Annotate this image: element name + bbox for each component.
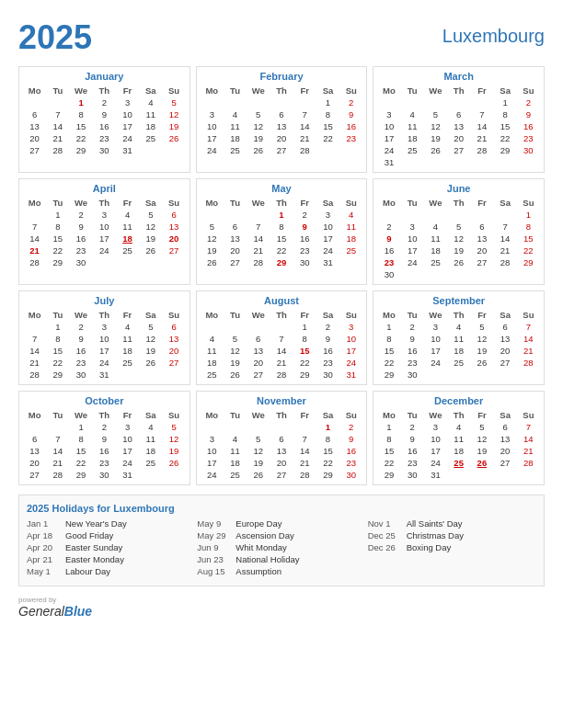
weekday-header: Th bbox=[447, 85, 470, 97]
calendar-day: 24 bbox=[339, 357, 362, 369]
calendar-day: 14 bbox=[23, 345, 46, 357]
calendar-day: 9 bbox=[293, 221, 316, 233]
calendar-day: 28 bbox=[494, 256, 517, 268]
weekday-header: Mo bbox=[377, 409, 400, 421]
calendar-day bbox=[23, 97, 46, 108]
calendar-day bbox=[116, 369, 139, 381]
calendar-day: 20 bbox=[270, 457, 293, 469]
weekday-header: Th bbox=[93, 85, 116, 97]
weekday-header: Th bbox=[447, 409, 470, 421]
calendar-day: 1 bbox=[293, 321, 316, 333]
calendar-day: 11 bbox=[447, 333, 470, 345]
calendar-day: 27 bbox=[162, 245, 185, 256]
calendar-day bbox=[139, 369, 162, 381]
calendar-table-july: MoTuWeThFrSaSu12345678910111213141516171… bbox=[23, 309, 186, 381]
calendar-day: 2 bbox=[69, 209, 92, 221]
calendar-day: 8 bbox=[316, 433, 339, 445]
holiday-item: May 29Ascension Day bbox=[197, 530, 365, 540]
calendar-day: 5 bbox=[139, 209, 162, 221]
holiday-date: Nov 1 bbox=[368, 518, 403, 529]
calendar-day: 30 bbox=[69, 256, 92, 268]
calendar-day: 26 bbox=[162, 132, 185, 144]
calendar-day: 8 bbox=[46, 221, 69, 233]
calendar-day: 28 bbox=[517, 357, 540, 369]
calendar-day bbox=[447, 209, 470, 221]
weekday-header: Su bbox=[339, 85, 362, 97]
calendar-day: 29 bbox=[377, 469, 400, 481]
calendar-day: 1 bbox=[377, 321, 400, 333]
calendar-day: 29 bbox=[46, 256, 69, 268]
calendar-day bbox=[23, 209, 46, 221]
weekday-header: We bbox=[69, 409, 92, 421]
calendar-day: 24 bbox=[201, 144, 224, 156]
calendar-day bbox=[494, 209, 517, 221]
calendar-day: 2 bbox=[401, 421, 424, 433]
calendar-day: 21 bbox=[293, 132, 316, 144]
calendar-day: 1 bbox=[69, 97, 92, 108]
calendar-day: 8 bbox=[316, 108, 339, 120]
calendar-day: 27 bbox=[494, 357, 517, 369]
holiday-name: Whit Monday bbox=[236, 542, 286, 552]
calendar-day: 29 bbox=[69, 469, 92, 481]
calendar-day: 14 bbox=[46, 120, 69, 132]
holiday-column-col1: Jan 1New Year's DayApr 18Good FridayApr … bbox=[27, 518, 195, 578]
calendar-day: 25 bbox=[116, 357, 139, 369]
calendar-day: 9 bbox=[69, 333, 92, 345]
calendar-day: 4 bbox=[424, 221, 447, 233]
holiday-item: Dec 26Boxing Day bbox=[368, 542, 536, 552]
calendar-day: 27 bbox=[270, 469, 293, 481]
weekday-header: Mo bbox=[377, 309, 400, 321]
month-title-march: March bbox=[377, 71, 540, 82]
calendar-day: 12 bbox=[139, 221, 162, 233]
calendar-day: 5 bbox=[162, 421, 185, 433]
calendar-day: 18 bbox=[201, 357, 224, 369]
weekday-header: We bbox=[69, 85, 92, 97]
calendar-day: 7 bbox=[23, 221, 46, 233]
calendar-day bbox=[224, 421, 247, 433]
calendar-day: 11 bbox=[401, 120, 424, 132]
calendar-day: 5 bbox=[424, 108, 447, 120]
weekday-header: We bbox=[424, 85, 447, 97]
calendar-day: 13 bbox=[494, 333, 517, 345]
calendar-day: 28 bbox=[46, 144, 69, 156]
calendar-day: 5 bbox=[470, 421, 493, 433]
holiday-date: Dec 25 bbox=[368, 530, 403, 540]
calendar-day: 19 bbox=[247, 132, 270, 144]
calendar-day: 12 bbox=[247, 445, 270, 457]
calendar-day: 14 bbox=[247, 233, 270, 245]
calendar-day bbox=[424, 97, 447, 108]
calendar-day: 5 bbox=[224, 333, 247, 345]
calendar-day: 17 bbox=[116, 445, 139, 457]
calendar-day bbox=[447, 268, 470, 280]
calendar-day: 13 bbox=[162, 333, 185, 345]
calendar-day: 17 bbox=[201, 457, 224, 469]
calendar-day: 4 bbox=[139, 421, 162, 433]
calendar-day: 7 bbox=[517, 421, 540, 433]
holiday-name: Christmas Day bbox=[407, 530, 464, 540]
month-title-november: November bbox=[201, 395, 363, 406]
calendar-day: 21 bbox=[517, 345, 540, 357]
weekday-header: Th bbox=[93, 197, 116, 209]
calendar-day: 2 bbox=[93, 97, 116, 108]
calendar-day: 26 bbox=[470, 357, 493, 369]
calendar-table-june: MoTuWeThFrSaSu12345678910111213141516171… bbox=[377, 197, 540, 280]
calendar-day: 15 bbox=[494, 120, 517, 132]
calendar-day: 29 bbox=[69, 144, 92, 156]
weekday-header: Mo bbox=[23, 85, 46, 97]
calendar-day: 28 bbox=[247, 256, 270, 268]
holiday-name: National Holiday bbox=[236, 554, 299, 564]
calendar-day: 17 bbox=[201, 132, 224, 144]
calendar-day: 6 bbox=[494, 321, 517, 333]
calendar-day: 17 bbox=[424, 445, 447, 457]
calendar-day: 1 bbox=[517, 209, 540, 221]
calendar-day: 5 bbox=[447, 221, 470, 233]
calendar-day: 25 bbox=[139, 457, 162, 469]
holiday-date: Jan 1 bbox=[27, 518, 62, 529]
calendar-day: 29 bbox=[293, 369, 316, 381]
weekday-header: Su bbox=[517, 197, 540, 209]
calendar-day: 30 bbox=[401, 369, 424, 381]
weekday-header: We bbox=[69, 197, 92, 209]
calendar-day: 13 bbox=[23, 445, 46, 457]
month-title-september: September bbox=[377, 295, 540, 306]
calendar-day bbox=[224, 209, 247, 221]
